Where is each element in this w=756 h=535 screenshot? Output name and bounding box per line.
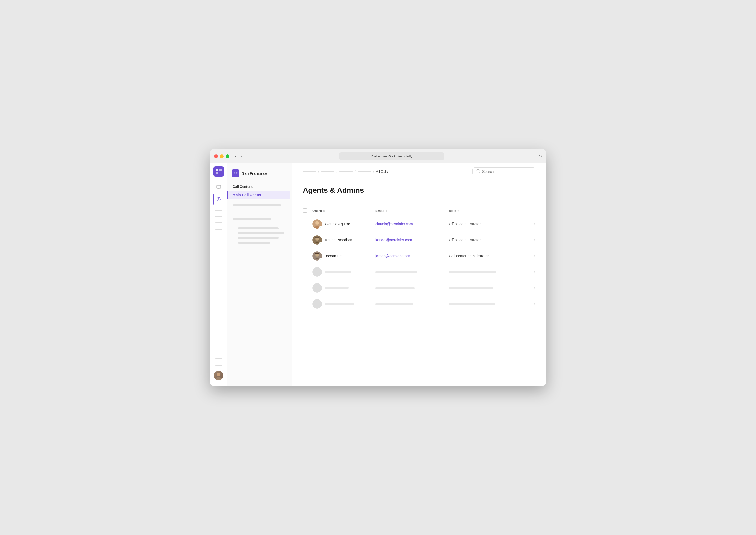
- left-sidebar: SF San Francisco ⌄ Call Centers Main Cal…: [227, 163, 292, 385]
- svg-point-9: [315, 221, 319, 225]
- search-input[interactable]: [482, 169, 531, 174]
- avatar-placeholder-5: [312, 283, 322, 293]
- arrow-4[interactable]: →: [522, 269, 538, 274]
- sidebar-section-call-centers: Call Centers: [227, 183, 292, 191]
- th-action: [522, 209, 538, 213]
- row-checkbox-3[interactable]: [303, 254, 307, 258]
- role-placeholder-6: [449, 301, 522, 306]
- user-avatar-jordan: [312, 251, 322, 261]
- role-bar-4: [449, 271, 496, 273]
- svg-point-5: [217, 373, 221, 376]
- user-cell-placeholder-6: [312, 299, 376, 309]
- nav-placeholder-4: [215, 229, 222, 230]
- breadcrumb-4: [358, 171, 371, 172]
- row-arrow-1[interactable]: →: [532, 222, 536, 226]
- close-button[interactable]: [214, 155, 218, 158]
- reload-button[interactable]: ↻: [538, 154, 542, 159]
- role-kendal: Office administrator: [449, 238, 522, 242]
- th-users[interactable]: Users ⇅: [312, 209, 376, 213]
- email-bar-4: [376, 271, 417, 273]
- user-cell-placeholder-4: [312, 267, 376, 277]
- forward-button[interactable]: ›: [239, 153, 244, 160]
- arrow-5[interactable]: →: [522, 286, 538, 290]
- nav-placeholder-2: [215, 216, 222, 217]
- page-title: Agents & Admins: [303, 186, 535, 195]
- table-row-placeholder-6: →: [303, 296, 535, 312]
- email-claudia[interactable]: claudia@aerolabs.com: [376, 222, 449, 226]
- p5: [238, 237, 279, 239]
- user-name-kendal: Kendal Needham: [325, 238, 353, 242]
- user-avatar-claudia: [312, 219, 322, 229]
- nav-placeholder-3: [215, 222, 222, 223]
- workspace-name: San Francisco: [242, 171, 285, 176]
- user-avatar-icon[interactable]: [214, 371, 224, 380]
- nav-placeholder-1: [215, 210, 222, 211]
- row-checkbox-4[interactable]: [303, 270, 307, 274]
- online-indicator-jordan: [319, 258, 322, 261]
- breadcrumb-sep-4: /: [373, 169, 374, 173]
- svg-rect-3: [217, 185, 221, 188]
- role-placeholder-4: [449, 269, 522, 274]
- row-arrow-2[interactable]: →: [532, 238, 536, 242]
- th-role-label: Role: [449, 209, 456, 213]
- row-arrow-3[interactable]: →: [532, 254, 536, 258]
- th-checkbox: [303, 209, 312, 213]
- sidebar-placeholder-2: [232, 218, 271, 220]
- minimize-button[interactable]: [220, 155, 224, 158]
- search-box[interactable]: [472, 167, 535, 176]
- breadcrumb-bar: / / / / All Calls: [292, 163, 546, 178]
- email-jordan[interactable]: jordan@aerolabs.com: [376, 254, 449, 258]
- row-arrow-5[interactable]: →: [532, 286, 536, 290]
- messages-icon[interactable]: [213, 182, 224, 192]
- row-arrow-6[interactable]: →: [532, 301, 536, 306]
- avatar-placeholder-4: [312, 267, 322, 277]
- back-button[interactable]: ‹: [234, 153, 238, 160]
- email-kendal[interactable]: kendal@aerolabs.com: [376, 238, 449, 242]
- header-checkbox[interactable]: [303, 209, 307, 213]
- role-bar-5: [449, 287, 494, 289]
- user-cell-3: Jordan Fell: [312, 251, 376, 261]
- svg-rect-1: [219, 169, 222, 171]
- row-checkbox-5[interactable]: [303, 286, 307, 290]
- arrow-kendal[interactable]: →: [522, 238, 538, 242]
- avatar-placeholder-6: [312, 299, 322, 309]
- user-avatar-kendal: [312, 235, 322, 245]
- maximize-button[interactable]: [226, 155, 229, 158]
- row-checkbox-2[interactable]: [303, 238, 307, 242]
- row-checkbox-6[interactable]: [303, 302, 307, 306]
- nav-placeholder-5: [215, 358, 222, 359]
- table-row: Jordan Fell jordan@aerolabs.com Call cen…: [303, 248, 535, 264]
- name-placeholder-5: [325, 287, 348, 289]
- breadcrumb-1: [303, 171, 316, 172]
- arrow-jordan[interactable]: →: [522, 254, 538, 258]
- search-icon: [476, 169, 480, 174]
- th-users-sort-icon: ⇅: [323, 209, 325, 212]
- user-cell-2: Kendal Needham: [312, 235, 376, 245]
- app-window: ‹ › Dialpad — Work Beautifully ↻: [210, 150, 546, 385]
- row-checkbox-1[interactable]: [303, 222, 307, 226]
- history-icon-wrapper: [213, 194, 224, 205]
- email-bar-6: [376, 303, 413, 305]
- history-icon[interactable]: [213, 194, 224, 205]
- workspace-selector[interactable]: SF San Francisco ⌄: [227, 167, 292, 180]
- breadcrumb-2: [321, 171, 334, 172]
- sidebar-sub-placeholder-group: [227, 224, 292, 247]
- url-bar: Dialpad — Work Beautifully: [339, 153, 444, 160]
- icon-sidebar-top: [213, 166, 224, 357]
- th-role[interactable]: Role ⇅: [449, 209, 522, 213]
- app-logo-icon[interactable]: [213, 166, 224, 177]
- svg-rect-0: [216, 169, 218, 171]
- arrow-claudia[interactable]: →: [522, 222, 538, 226]
- breadcrumb-active[interactable]: All Calls: [376, 169, 388, 173]
- email-bar-5: [376, 287, 415, 289]
- arrow-6[interactable]: →: [522, 301, 538, 306]
- row-arrow-4[interactable]: →: [532, 269, 536, 274]
- breadcrumb: / / / / All Calls: [303, 169, 388, 173]
- nav-placeholder-6: [215, 365, 222, 366]
- workspace-avatar: SF: [231, 169, 239, 177]
- th-email[interactable]: Email ⇅: [376, 209, 449, 213]
- breadcrumb-sep-2: /: [337, 169, 338, 173]
- role-jordan: Call center administrator: [449, 254, 522, 258]
- name-placeholder-6: [325, 303, 354, 305]
- sidebar-item-main-call-center[interactable]: Main Call Center: [227, 191, 290, 199]
